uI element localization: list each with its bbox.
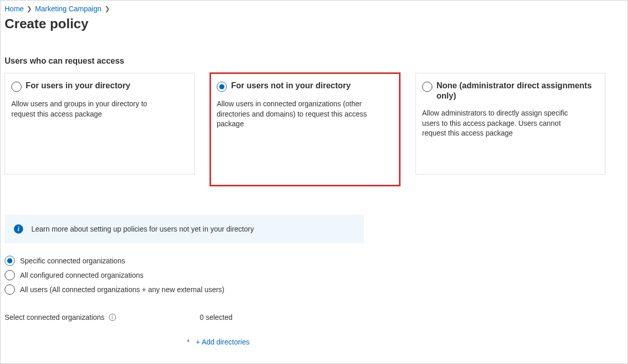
chevron-right-icon: ❯ (27, 5, 32, 12)
page-title: Create policy (5, 16, 621, 32)
add-directories-link[interactable]: + Add directories (196, 338, 250, 346)
card-description: Allow users and groups in your directory… (11, 99, 165, 119)
radio-icon (217, 82, 227, 92)
radio-icon (5, 284, 15, 295)
card-title: None (administrator direct assignments o… (436, 81, 598, 101)
radio-icon (5, 270, 15, 280)
card-description: Allow users in connected organizations (… (217, 99, 371, 129)
radio-label: All configured connected organizations (20, 271, 144, 279)
select-connected-orgs-label: Select connected organizations (5, 313, 105, 321)
radio-label: Specific connected organizations (20, 257, 125, 265)
chevron-right-icon: ❯ (105, 5, 110, 12)
breadcrumb-home[interactable]: Home (5, 5, 24, 13)
breadcrumb-campaign[interactable]: Marketing Campaign (35, 5, 101, 13)
card-users-not-in-directory[interactable]: For users not in your directory Allow us… (210, 73, 400, 186)
radio-label: All users (All connected organizations +… (20, 285, 224, 294)
request-scope-cards: For users in your directory Allow users … (5, 73, 621, 186)
selected-count: 0 selected (200, 313, 233, 321)
card-none-admin-only[interactable]: None (administrator direct assignments o… (415, 73, 605, 175)
radio-icon (11, 82, 22, 92)
radio-all-users[interactable]: All users (All connected organizations +… (5, 284, 621, 295)
card-description: Allow administrators to directly assign … (422, 108, 576, 139)
scope-radio-group: Specific connected organizations All con… (5, 256, 621, 295)
card-title: For users in your directory (26, 81, 130, 91)
info-icon: i (14, 224, 23, 234)
radio-all-configured-orgs[interactable]: All configured connected organizations (5, 270, 621, 280)
breadcrumb: Home ❯ Marketing Campaign ❯ (5, 5, 621, 13)
radio-specific-connected-orgs[interactable]: Specific connected organizations (5, 256, 621, 266)
radio-icon (422, 82, 432, 92)
section-heading-users: Users who can request access (5, 56, 621, 66)
radio-icon (5, 256, 15, 266)
help-icon[interactable]: i (109, 314, 116, 321)
info-banner-text: Learn more about setting up policies for… (31, 225, 254, 233)
info-banner[interactable]: i Learn more about setting up policies f… (5, 215, 364, 243)
card-users-in-directory[interactable]: For users in your directory Allow users … (5, 73, 195, 175)
card-title: For users not in your directory (231, 81, 351, 91)
required-marker: * (187, 338, 189, 346)
